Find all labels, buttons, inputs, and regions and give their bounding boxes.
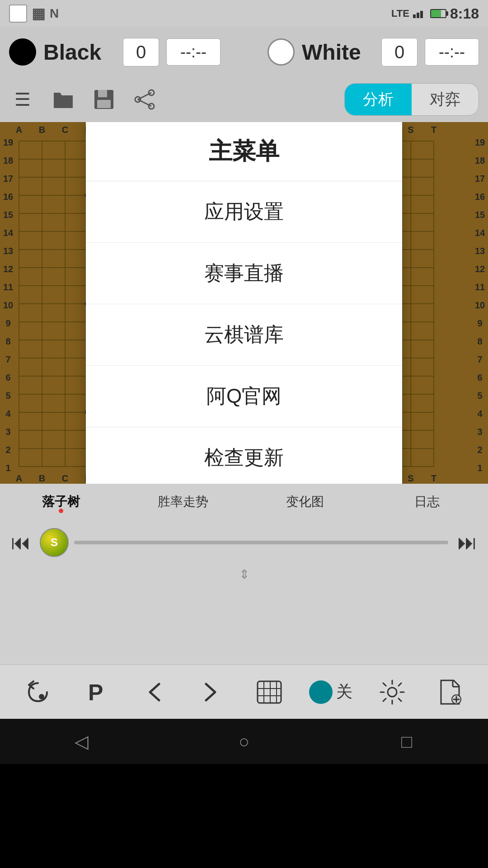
resize-handle[interactable]: ⇕ [0,565,488,583]
svg-rect-138 [258,681,281,703]
status-icon-2: ▦ [32,5,45,22]
battery-icon [430,9,446,18]
menu-item-check-update[interactable]: 检查更新 [86,427,402,484]
black-time: --:-- [166,38,221,66]
status-left-icons: ▦ N [9,5,59,23]
signal-bars-icon [413,9,427,18]
svg-text:P: P [88,680,103,705]
system-nav [0,719,488,764]
status-bar: ▦ N LTE 8:18 [0,0,488,27]
menu-item-cloud-library[interactable]: 云棋谱库 [86,304,402,366]
action-bar: P 关 [0,665,488,719]
content-area [0,583,488,665]
main-menu-dialog: 主菜单 应用设置 赛事直播 云棋谱库 阿Q官网 检查更新 [86,122,402,484]
share-icon[interactable] [131,86,158,113]
svg-rect-3 [424,9,427,18]
svg-rect-5 [98,90,107,97]
menu-icon[interactable]: ☰ [9,86,36,113]
ai-toggle-btn[interactable]: 关 [309,680,352,704]
next-move-btn[interactable] [193,679,230,705]
svg-line-10 [138,93,151,99]
nav-home-btn[interactable] [226,731,262,752]
svg-point-144 [388,688,397,697]
svg-rect-1 [417,13,419,18]
prev-move-btn[interactable] [136,679,172,705]
status-right: LTE 8:18 [391,5,479,22]
nav-recent-btn[interactable] [389,731,425,752]
folder-icon[interactable] [50,86,77,113]
menu-title: 主菜单 [86,122,402,181]
clock-display: 8:18 [450,5,479,22]
playback-prev-btn[interactable]: ⏮ [7,531,34,554]
bottom-tabs: 落子树 胜率走势 变化图 日志 [0,484,488,520]
mode-btn-group: 分析 对弈 [344,83,479,116]
pass-btn[interactable]: P [78,679,114,705]
svg-point-136 [39,694,44,699]
playback-slider[interactable] [74,541,448,544]
tab-winrate[interactable]: 胜率走势 [122,489,244,515]
black-player-name: Black [43,40,116,65]
svg-line-11 [138,99,151,106]
ai-toggle-circle [309,680,333,704]
playback-next-btn[interactable]: ⏭ [454,531,481,554]
tab-move-tree[interactable]: 落子树 [0,489,122,515]
toolbar: ☰ 分析 对弈 [0,77,488,122]
menu-item-live-match[interactable]: 赛事直播 [86,243,402,304]
status-icon-1 [9,5,27,23]
white-stone-icon [267,38,295,66]
undo-btn[interactable] [20,679,56,705]
tab-variation[interactable]: 变化图 [244,489,366,515]
resize-handle-icon: ⇕ [239,567,249,582]
svg-rect-6 [97,100,111,108]
svg-rect-0 [413,14,416,18]
nav-back-btn[interactable] [63,731,99,752]
playback-bar: ⏮ S ⏭ [0,520,488,565]
white-time: --:-- [425,38,479,66]
ai-toggle-label: 关 [336,681,352,703]
go-board[interactable]: A B C D E F G H J K L M N O P Q R S T A … [0,122,488,484]
dialog-overlay[interactable]: 主菜单 应用设置 赛事直播 云棋谱库 阿Q官网 检查更新 [0,122,488,484]
save-icon[interactable] [90,86,117,113]
menu-item-app-settings[interactable]: 应用设置 [86,181,402,243]
playback-stone: S [40,528,69,557]
black-stone-icon [9,38,36,66]
svg-rect-2 [420,11,423,18]
white-player-name: White [302,40,374,65]
analyze-btn[interactable]: 分析 [345,84,412,115]
white-score: 0 [381,38,418,66]
player-bar: Black 0 --:-- White 0 --:-- [0,27,488,77]
tab-log[interactable]: 日志 [366,489,488,515]
vs-btn[interactable]: 对弈 [412,84,479,115]
chart-btn[interactable] [251,679,287,705]
lte-label: LTE [391,8,409,19]
settings-btn[interactable] [374,679,410,706]
menu-item-aq-website[interactable]: 阿Q官网 [86,366,402,427]
file-add-btn[interactable] [432,679,468,706]
black-score: 0 [123,38,159,66]
tab-dot-move-tree [59,509,63,513]
status-icon-3: N [50,6,59,21]
